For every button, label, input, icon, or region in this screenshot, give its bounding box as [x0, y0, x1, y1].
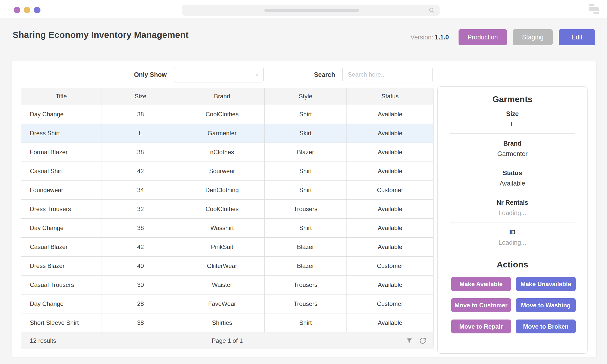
divider [450, 252, 575, 252]
divider [450, 222, 575, 222]
cell-brand: Waister [180, 275, 264, 294]
cell-style: Trousers [264, 294, 347, 313]
window-control-dot-2[interactable] [24, 7, 30, 13]
table-row[interactable]: Formal Blazer38nClothesBlazerAvailable [21, 143, 433, 162]
edit-button[interactable]: Edit [559, 29, 595, 45]
cell-brand: Shirties [180, 313, 264, 332]
table-row[interactable]: Day Change28FaveWearTrousersCustomer [21, 294, 433, 313]
panel-title: Garments [438, 94, 587, 104]
cell-size: 40 [101, 256, 180, 275]
window-control-dot-1[interactable] [14, 7, 20, 13]
field-value-id: Loading... [438, 239, 587, 246]
cell-size: 38 [101, 313, 180, 332]
search-label: Search [305, 67, 335, 82]
table-row-selected[interactable]: Dress ShirtLGarmenterSkirtAvailable [21, 124, 433, 143]
cell-brand: Wasshirt [180, 218, 264, 237]
field-label-status: Status [438, 169, 587, 177]
cell-status: Available [347, 275, 433, 294]
field-value-brand: Garmenter [438, 150, 587, 157]
cell-status: Available [347, 143, 433, 162]
table-row[interactable]: Short Sleeve Shirt38ShirtiesShirtAvailab… [21, 313, 433, 332]
version-value: 1.1.0 [435, 34, 449, 41]
address-bar[interactable] [182, 5, 440, 16]
cell-brand: DenClothing [180, 180, 264, 199]
cell-size: 42 [101, 162, 180, 180]
page-title: Sharing Economy Inventory Management [13, 30, 189, 40]
browser-menu-icon[interactable] [588, 4, 600, 15]
only-show-label: Only Show [108, 67, 167, 82]
panel-fields: SizeLBrandGarmenterStatusAvailableNr Ren… [438, 110, 587, 252]
cell-title: Dress Blazer [21, 256, 101, 275]
cell-style: Trousers [264, 199, 347, 218]
field-value-size: L [438, 121, 587, 128]
cell-size: 38 [101, 218, 180, 237]
cell-style: Shirt [264, 313, 347, 332]
cell-status: Available [347, 162, 433, 180]
window-control-dot-3[interactable] [34, 7, 40, 13]
cell-status: Customer [347, 180, 433, 199]
cell-brand: GliiterWear [180, 256, 264, 275]
actions-grid: Make AvailableMake UnavailableMove to Cu… [451, 277, 576, 333]
cell-title: Dress Trousers [21, 199, 101, 218]
table-footer: 12 results Page 1 of 1 [21, 332, 433, 349]
field-value-nr-rentals: Loading... [438, 209, 587, 217]
divider [450, 133, 575, 134]
cell-style: Blazer [264, 143, 347, 162]
cell-brand: Garmenter [180, 124, 264, 143]
cell-title: Casual Trousers [21, 275, 101, 294]
cell-status: Available [347, 199, 433, 218]
cell-title: Dress Shirt [21, 124, 101, 143]
refresh-icon[interactable] [419, 337, 426, 344]
cell-brand: CoolClothes [180, 199, 264, 218]
cell-style: Shirt [264, 105, 347, 124]
table-row[interactable]: Day Change38WasshirtShirtAvailable [21, 218, 433, 237]
move-to-repair-button[interactable]: Move to Repair [451, 320, 511, 333]
table-row[interactable]: Loungewear34DenClothingShirtCustomer [21, 180, 433, 199]
header-actions: Version:1.1.0 ProductionStagingEdit [410, 29, 595, 45]
cell-status: Customer [347, 294, 433, 313]
production-button[interactable]: Production [459, 29, 507, 45]
divider [450, 163, 575, 163]
main-card: Only Show Search TitleSizeBrandStyleStat… [12, 61, 597, 357]
field-label-nr-rentals: Nr Rentals [438, 199, 587, 206]
cell-style: Skirt [264, 124, 347, 143]
cell-title: Day Change [21, 105, 101, 124]
table-row[interactable]: Casual Shirt42SourwearShirtAvailable [21, 162, 433, 180]
divider [450, 193, 575, 193]
table-row[interactable]: Dress Trousers32CoolClothesTrousersAvail… [21, 199, 433, 218]
staging-button[interactable]: Staging [513, 29, 553, 45]
cell-title: Day Change [21, 218, 101, 237]
cell-title: Loungewear [21, 180, 101, 199]
browser-topbar [0, 0, 607, 18]
cell-status: Available [347, 313, 433, 332]
cell-size: 28 [101, 294, 180, 313]
cell-style: Shirt [264, 180, 347, 199]
cell-status: Available [347, 237, 433, 256]
move-to-washing-button[interactable]: Move to Washing [516, 298, 576, 312]
search-input[interactable] [342, 67, 433, 82]
column-header-title: Title [21, 88, 101, 105]
field-label-brand: Brand [438, 140, 587, 147]
field-value-status: Available [438, 180, 587, 187]
filter-icon[interactable] [406, 337, 413, 344]
cell-brand: PinkSuit [180, 237, 264, 256]
cell-size: L [101, 124, 180, 143]
window-controls [14, 7, 40, 13]
table-row[interactable]: Day Change38CoolClothesShirtAvailable [21, 105, 433, 124]
actions-title: Actions [438, 260, 587, 269]
move-to-customer-button[interactable]: Move to Customer [451, 298, 511, 312]
table-row[interactable]: Dress Blazer40GliiterWearBlazerCustomer [21, 256, 433, 275]
cell-brand: Sourwear [180, 162, 264, 180]
cell-size: 38 [101, 143, 180, 162]
table-row[interactable]: Casual Blazer42PinkSuitBlazerAvailable [21, 237, 433, 256]
cell-size: 34 [101, 180, 180, 199]
move-to-broken-button[interactable]: Move to Broken [516, 320, 576, 333]
cell-title: Formal Blazer [21, 143, 101, 162]
cell-style: Blazer [264, 256, 347, 275]
cell-title: Day Change [21, 294, 101, 313]
table-row[interactable]: Casual Trousers30WaisterTrousersAvailabl… [21, 275, 433, 294]
only-show-dropdown[interactable] [174, 67, 264, 82]
make-unavailable-button[interactable]: Make Unavailable [516, 277, 576, 291]
cell-title: Casual Shirt [21, 162, 101, 180]
make-available-button[interactable]: Make Available [451, 277, 511, 291]
